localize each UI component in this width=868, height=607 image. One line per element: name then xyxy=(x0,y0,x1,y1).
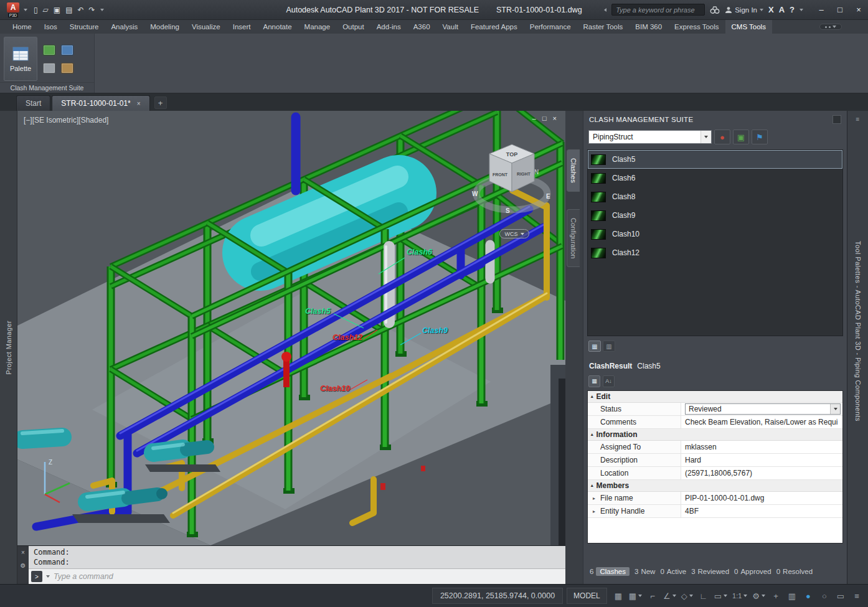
undo-icon[interactable]: ↶ xyxy=(78,6,84,14)
ribbon-tab-annotate[interactable]: Annotate xyxy=(257,20,298,34)
palette-grip-icon[interactable]: ≡ xyxy=(856,116,860,123)
command-prompt-icon[interactable]: > xyxy=(31,571,42,582)
drawing-close-icon[interactable]: × xyxy=(553,115,557,122)
status-dropdown[interactable]: Reviewed xyxy=(685,403,841,415)
sign-in-button[interactable]: Sign In xyxy=(725,6,763,14)
osnap-tracking-icon[interactable]: ∟ xyxy=(696,588,711,604)
minimize-button[interactable]: – xyxy=(812,0,831,19)
qat-dropdown-icon[interactable] xyxy=(100,9,104,11)
ribbon-tab-cms-tools[interactable]: CMS Tools xyxy=(725,20,772,34)
clash-set-dropdown[interactable]: PipingStruct xyxy=(588,130,712,144)
clash-list-item-clash10[interactable]: Clash10 xyxy=(588,225,842,243)
ribbon-tab-bim-360[interactable]: BIM 360 xyxy=(629,20,668,34)
palette-tab-configuration[interactable]: Configuration xyxy=(567,209,580,267)
property-row-file-name[interactable]: ▸ File name PIP-01-1000-01-01.dwg xyxy=(588,492,842,505)
ribbon-tab-raster-tools[interactable]: Raster Tools xyxy=(577,20,630,34)
tab-close-icon[interactable]: × xyxy=(137,100,141,107)
maximize-button[interactable]: □ xyxy=(831,0,849,19)
a360-button[interactable]: A xyxy=(779,5,785,14)
command-input[interactable] xyxy=(54,572,565,581)
clash-display-icon[interactable] xyxy=(43,45,55,55)
expand-icon[interactable]: ▸ xyxy=(593,509,599,514)
property-row-location[interactable]: ▸ Location (25971,18006,5767) xyxy=(588,467,842,480)
help-dropdown-icon[interactable] xyxy=(800,9,803,11)
isolate-objects-icon[interactable]: ○ xyxy=(817,588,832,604)
image-view-icon[interactable]: ▥ xyxy=(603,341,615,352)
property-group-edit[interactable]: ▴ Edit xyxy=(588,391,842,403)
save-icon[interactable]: ▣ xyxy=(54,6,60,14)
workspace-switch-icon[interactable]: ⚙ xyxy=(750,588,767,604)
list-view-icon[interactable]: ▦ xyxy=(588,341,601,352)
system-tray-icon[interactable]: ▥ xyxy=(785,588,800,604)
sample-boxes-icon[interactable] xyxy=(61,63,73,73)
viewcube[interactable]: W S E N TOP FRONT RIGHT xyxy=(471,136,553,215)
model-canvas[interactable]: [−][SE Isometric][Shaded] – □ × W S E N … xyxy=(17,111,565,545)
search-binoculars-icon[interactable] xyxy=(710,6,720,14)
ribbon-tab-express-tools[interactable]: Express Tools xyxy=(668,20,725,34)
coordinates-display[interactable]: 25200.2891, 25185.9744, 0.0000 xyxy=(432,588,563,604)
help-button[interactable]: ? xyxy=(790,5,795,14)
clash-list-item-clash5[interactable]: Clash5 xyxy=(588,150,842,169)
ribbon-tab-manage[interactable]: Manage xyxy=(298,20,337,34)
ribbon-tab-insert[interactable]: Insert xyxy=(227,20,257,34)
palette-tab-clashes[interactable]: Clashes xyxy=(567,149,580,192)
report-icon[interactable] xyxy=(61,45,73,55)
ribbon-tab-a360[interactable]: A360 xyxy=(407,20,436,34)
run-interference-icon[interactable]: ● xyxy=(714,129,730,144)
search-collapse-icon[interactable] xyxy=(604,8,606,12)
ribbon-tab-vault[interactable]: Vault xyxy=(436,20,465,34)
recent-commands-icon[interactable] xyxy=(46,575,50,578)
annotation-monitor-icon[interactable]: + xyxy=(768,588,783,604)
ribbon-tab-visualize[interactable]: Visualize xyxy=(186,20,227,34)
property-row-entity-handle[interactable]: ▸ Entity Handle 4BF xyxy=(588,505,842,518)
exchange-apps-button[interactable]: X xyxy=(768,5,774,14)
categorized-icon[interactable]: ▦ xyxy=(588,375,600,387)
ribbon-tab-performance[interactable]: Performance xyxy=(524,20,577,34)
clash-list-item-clash8[interactable]: Clash8 xyxy=(588,187,842,206)
ribbon-tab-structure[interactable]: Structure xyxy=(64,20,105,34)
ribbon-tab-add-ins[interactable]: Add-ins xyxy=(370,20,407,34)
tab-start[interactable]: Start xyxy=(16,95,50,111)
application-menu-button[interactable]: A P3D xyxy=(4,2,22,17)
export-results-icon[interactable]: ▣ xyxy=(733,129,749,144)
clash-list-item-clash6[interactable]: Clash6 xyxy=(588,169,842,187)
redo-icon[interactable]: ↷ xyxy=(89,6,95,14)
drawing-minimize-icon[interactable]: – xyxy=(532,115,536,122)
graphics-performance-icon[interactable]: ● xyxy=(801,588,816,604)
ribbon-tab-analysis[interactable]: Analysis xyxy=(105,20,144,34)
group-collapse-icon[interactable]: ▴ xyxy=(591,483,593,488)
group-collapse-icon[interactable]: ▴ xyxy=(591,394,593,399)
group-collapse-icon[interactable]: ▴ xyxy=(591,432,593,437)
open-file-icon[interactable]: ▱ xyxy=(43,6,49,14)
property-group-members[interactable]: ▴ Members xyxy=(588,480,842,492)
viewport-controls-label[interactable]: [−][SE Isometric][Shaded] xyxy=(24,116,108,125)
property-group-information[interactable]: ▴ Information xyxy=(588,429,842,441)
polar-tracking-icon[interactable]: ∠ xyxy=(661,588,678,604)
ortho-icon[interactable]: ⌐ xyxy=(645,588,660,604)
property-row-description[interactable]: ▸ Description Hard xyxy=(588,454,842,467)
clash-count-approved[interactable]: 0 Approved xyxy=(734,568,771,575)
ribbon-tab-isos[interactable]: Isos xyxy=(38,20,64,34)
close-command-window-icon[interactable]: × xyxy=(21,549,25,556)
command-customize-icon[interactable]: ⚙ xyxy=(21,562,26,569)
grid-icon[interactable]: ▦ xyxy=(611,588,626,604)
property-row-status[interactable]: ▸ Status Reviewed xyxy=(588,403,842,416)
ribbon-tab-featured-apps[interactable]: Featured Apps xyxy=(465,20,524,34)
clash-list-item-clash12[interactable]: Clash12 xyxy=(588,243,842,262)
printer-icon[interactable] xyxy=(43,63,55,73)
ribbon-tab-output[interactable]: Output xyxy=(336,20,370,34)
close-button[interactable]: × xyxy=(849,0,868,19)
clash-count-resolved[interactable]: 0 Resolved xyxy=(776,568,813,575)
expand-icon[interactable]: ▸ xyxy=(593,496,599,501)
annotation-scale-icon[interactable]: 1:1 xyxy=(730,588,749,604)
command-history[interactable]: Command:Command: xyxy=(29,546,565,568)
sort-az-icon[interactable]: A↓ xyxy=(603,375,615,387)
tab-drawing-str-01-1000-01-01[interactable]: STR-01-1000-01-01* × xyxy=(52,95,149,111)
customization-icon[interactable]: ≡ xyxy=(849,588,864,604)
clash-count-reviewed[interactable]: 3 Reviewed xyxy=(691,568,729,575)
new-file-icon[interactable]: ▯ xyxy=(34,6,38,14)
property-row-assigned-to[interactable]: ▸ Assigned To mklassen xyxy=(588,441,842,454)
ribbon-tab-home[interactable]: Home xyxy=(6,20,38,34)
iso-draft-icon[interactable]: ◇ xyxy=(679,588,695,604)
clean-screen-icon[interactable]: ▭ xyxy=(833,588,848,604)
